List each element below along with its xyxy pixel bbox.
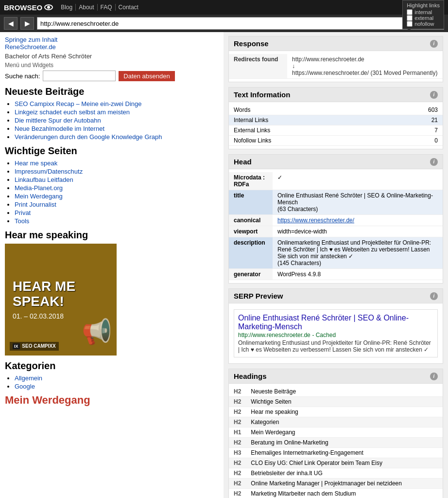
nav-blog[interactable]: Blog bbox=[58, 4, 76, 11]
heading-level: H3 bbox=[229, 448, 246, 458]
kategorien-link[interactable]: Google bbox=[15, 383, 35, 390]
highlight-external-label[interactable]: external bbox=[407, 15, 440, 21]
kategorien-link[interactable]: Allgemein bbox=[15, 374, 42, 382]
top-nav: Blog About FAQ Contact bbox=[58, 4, 141, 11]
neue-beitraege-link[interactable]: Neue Bezahlmodelle im Internet bbox=[15, 125, 104, 132]
hm-logo-text: SEO CAMPIXX bbox=[22, 343, 55, 349]
neue-beitraege-link[interactable]: SEO Campixx Recap – Meine ein-zwei Dinge bbox=[15, 100, 142, 107]
serp-title-link[interactable]: Online Enthusiast René Schröter | SEO & … bbox=[238, 314, 409, 331]
highlight-internal-label[interactable]: internal bbox=[407, 9, 440, 15]
wichtige-seiten-link[interactable]: Privat bbox=[15, 209, 31, 216]
table-row: H2Kategorien bbox=[229, 417, 443, 427]
list-item: Linkgeiz schadet euch selbst am meisten bbox=[15, 108, 219, 116]
heading-text: Mein Werdegang bbox=[246, 427, 443, 438]
list-item: Mein Werdegang bbox=[15, 193, 219, 200]
text-info-label: External Links bbox=[229, 125, 357, 136]
right-panel: Response i Redirects found http://www.re… bbox=[224, 32, 448, 498]
wichtige-seiten-link[interactable]: Linkaufbau Leitfaden bbox=[15, 176, 73, 183]
neueste-beitraege-list: SEO Campixx Recap – Meine ein-zwei Dinge… bbox=[5, 100, 219, 141]
list-item: Linkaufbau Leitfaden bbox=[15, 176, 219, 183]
head-body: Microdata : RDFa✓titleOnline Enthusiast … bbox=[229, 169, 443, 283]
response-section: Response i Redirects found http://www.re… bbox=[228, 36, 443, 82]
main-layout: Springe zum Inhalt ReneSchroeter.de Bach… bbox=[0, 32, 448, 498]
nav-about[interactable]: About bbox=[76, 4, 97, 11]
table-row: H1Mein Werdegang bbox=[229, 427, 443, 438]
head-section: Head i Microdata : RDFa✓titleOnline Enth… bbox=[228, 154, 443, 284]
nav-contact[interactable]: Contact bbox=[116, 4, 141, 11]
nav-faq[interactable]: FAQ bbox=[98, 4, 116, 11]
heading-level: H2 bbox=[229, 407, 246, 417]
heading-level: H2 bbox=[229, 489, 246, 498]
table-row: Microdata : RDFa✓ bbox=[229, 172, 443, 190]
neue-beitraege-link[interactable]: Die mittlere Spur der Autobahn bbox=[15, 117, 101, 124]
wichtige-seiten-list: Hear me speakImpressum/DatenschutzLinkau… bbox=[5, 160, 219, 225]
search-button[interactable]: Daten absenden bbox=[119, 71, 174, 81]
heading-text: Neueste Beiträge bbox=[246, 387, 443, 397]
list-item: Neue Bezahlmodelle im Internet bbox=[15, 125, 219, 132]
head-info-icon: i bbox=[430, 158, 438, 166]
serp-url: http://www.reneschroeter.de bbox=[238, 332, 310, 338]
wichtige-seiten-link[interactable]: Impressum/Datenschutz bbox=[15, 168, 83, 175]
canonical-link[interactable]: https://www.reneschroeter.de/ bbox=[277, 217, 354, 224]
wichtige-seiten-link[interactable]: Mein Werdegang bbox=[15, 193, 63, 200]
forward-button[interactable]: ▶ bbox=[20, 17, 34, 30]
widget-label: Menü und Widgets bbox=[5, 62, 219, 69]
head-header: Head i bbox=[229, 155, 443, 169]
table-row: descriptionOnlinemarketing Enthusiast un… bbox=[229, 237, 443, 269]
head-value: width=device-width bbox=[273, 226, 443, 237]
table-row: H3Ehemaliges Internetmarketing-Engagemen… bbox=[229, 448, 443, 458]
redirects-row: Redirects found http://www.reneschroeter… bbox=[229, 54, 443, 79]
highlight-nofollow-label[interactable]: nofollow bbox=[407, 21, 440, 27]
heading-level: H2 bbox=[229, 458, 246, 468]
highlight-external-checkbox[interactable] bbox=[407, 15, 413, 21]
heading-text: Kategorien bbox=[246, 417, 443, 427]
url-input[interactable] bbox=[37, 17, 408, 30]
headings-info-icon: i bbox=[430, 373, 438, 380]
text-info-icon: i bbox=[430, 91, 438, 99]
head-label: description bbox=[229, 237, 273, 269]
neueste-beitraege-heading: Neueste Beiträge bbox=[5, 86, 219, 97]
highlight-internal-checkbox[interactable] bbox=[407, 9, 413, 15]
serp-header: SERP Preview i bbox=[229, 289, 443, 303]
neue-beitraege-link[interactable]: Linkgeiz schadet euch selbst am meisten bbox=[15, 108, 130, 116]
response-body: Redirects found http://www.reneschroeter… bbox=[229, 51, 443, 82]
text-info-table: Words603Internal Links21External Links7N… bbox=[229, 105, 443, 146]
mein-werdegang-title: Mein Werdegang bbox=[5, 394, 219, 407]
text-info-value: 0 bbox=[357, 136, 443, 146]
head-label: viewport bbox=[229, 226, 273, 237]
eye-icon bbox=[44, 4, 53, 10]
head-value: WordPress 4.9.8 bbox=[273, 269, 443, 280]
site-link[interactable]: ReneSchroeter.de bbox=[5, 43, 56, 51]
serp-info-icon: i bbox=[430, 292, 438, 300]
hm-date: 01. – 02.03.2018 bbox=[13, 312, 64, 320]
skip-to-content-link[interactable]: Springe zum Inhalt bbox=[5, 36, 57, 43]
table-row: Internal Links21 bbox=[229, 115, 443, 125]
kategorien-list: AllgemeinGoogle bbox=[5, 374, 219, 390]
neue-beitraege-link[interactable]: Veränderungen durch den Google Knowledge… bbox=[15, 133, 162, 141]
text-info-label: Internal Links bbox=[229, 115, 357, 125]
table-row: H2Betriebsleiter der inha.lt UG bbox=[229, 468, 443, 479]
wichtige-seiten-link[interactable]: Print Journalist bbox=[15, 201, 56, 208]
head-value: Onlinemarketing Enthusiast und Projektle… bbox=[273, 237, 443, 269]
redirect-arrow: ↓ bbox=[292, 63, 438, 70]
wichtige-seiten-link[interactable]: Media-Planet.org bbox=[15, 184, 63, 192]
text-info-header: Text Information i bbox=[229, 88, 443, 102]
list-item: Tools bbox=[15, 217, 219, 225]
wichtige-seiten-link[interactable]: Hear me speak bbox=[15, 160, 57, 167]
heading-level: H2 bbox=[229, 479, 246, 489]
back-button[interactable]: ◀ bbox=[4, 17, 17, 30]
table-row: canonicalhttps://www.reneschroeter.de/ bbox=[229, 215, 443, 226]
wichtige-seiten-link[interactable]: Tools bbox=[15, 217, 29, 225]
serp-section: SERP Preview i Online Enthusiast René Sc… bbox=[228, 288, 443, 364]
heading-level: H2 bbox=[229, 468, 246, 479]
table-row: External Links7 bbox=[229, 125, 443, 136]
search-label: Suche nach: bbox=[5, 72, 40, 80]
response-title: Response bbox=[234, 39, 269, 48]
head-table: Microdata : RDFa✓titleOnline Enthusiast … bbox=[229, 172, 443, 280]
heading-text: Online Marketing Manager | Projektmanage… bbox=[246, 479, 443, 489]
search-input[interactable] bbox=[43, 71, 116, 81]
highlight-nofollow-checkbox[interactable] bbox=[407, 21, 413, 27]
hm-line1: HEAR ME bbox=[13, 279, 75, 294]
head-label: generator bbox=[229, 269, 273, 280]
search-row: Suche nach: Daten absenden bbox=[5, 71, 219, 81]
